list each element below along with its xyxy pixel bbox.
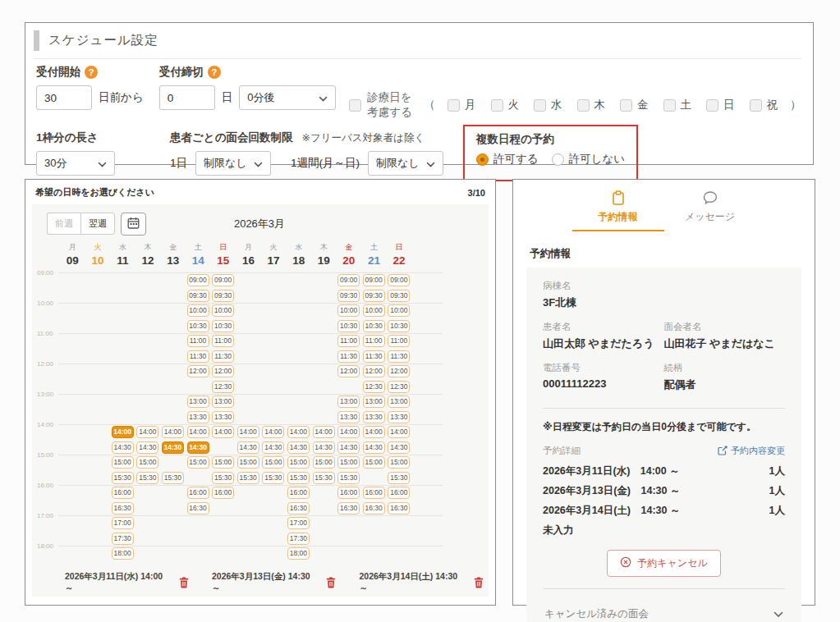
- time-slot-17-15:30[interactable]: 15:30: [262, 472, 284, 484]
- calendar-picker-button[interactable]: [121, 213, 146, 236]
- time-slot-20-12:00[interactable]: 12:00: [337, 365, 360, 377]
- time-slot-15-13:00[interactable]: 13:00: [212, 396, 234, 408]
- day-checkbox-月[interactable]: 月: [448, 98, 476, 112]
- time-slot-22-12:00[interactable]: 12:00: [388, 365, 410, 377]
- time-slot-21-11:00[interactable]: 11:00: [363, 335, 385, 347]
- day-checkbox-土[interactable]: 土: [663, 98, 692, 112]
- time-slot-20-13:30[interactable]: 13:30: [337, 411, 360, 423]
- time-slot-22-15:30[interactable]: 15:30: [388, 472, 410, 484]
- prev-week-button[interactable]: 前週: [47, 213, 80, 235]
- time-slot-15-14:00[interactable]: 14:00: [212, 426, 234, 438]
- next-week-button[interactable]: 翌週: [80, 213, 115, 235]
- time-slot-14-15:00[interactable]: 15:00: [187, 456, 209, 469]
- time-slot-11-15:00[interactable]: 15:00: [112, 456, 134, 469]
- day-checkbox-祝[interactable]: 祝: [750, 98, 778, 112]
- time-slot-21-10:30[interactable]: 10:30: [363, 320, 385, 332]
- time-slot-18-16:00[interactable]: 16:00: [287, 487, 310, 499]
- time-slot-21-09:30[interactable]: 09:30: [363, 290, 385, 302]
- consider-clinic-day-checkbox[interactable]: 診療日を考慮する: [349, 90, 417, 120]
- radio-selected-icon[interactable]: [476, 153, 489, 166]
- cancel-reservation-button[interactable]: 予約キャンセル: [607, 550, 720, 577]
- time-slot-14-09:00[interactable]: 09:00: [187, 274, 209, 286]
- day-checkbox-火[interactable]: 火: [491, 98, 520, 112]
- tab-reservation-info[interactable]: 予約情報: [572, 190, 664, 231]
- trash-icon[interactable]: [179, 577, 189, 588]
- time-slot-18-16:30[interactable]: 16:30: [287, 502, 310, 515]
- time-slot-19-14:30[interactable]: 14:30: [313, 441, 335, 454]
- time-slot-21-14:30[interactable]: 14:30: [363, 441, 385, 454]
- deadline-time-select[interactable]: 0分後: [239, 85, 336, 110]
- time-slot-22-10:00[interactable]: 10:00: [388, 304, 410, 317]
- time-slot-20-11:30[interactable]: 11:30: [337, 350, 360, 363]
- time-slot-14-16:00[interactable]: 16:00: [187, 487, 209, 499]
- time-slot-12-15:30[interactable]: 15:30: [136, 472, 158, 484]
- time-slot-11-16:30[interactable]: 16:30: [112, 502, 134, 515]
- time-slot-11-17:00[interactable]: 17:00: [112, 517, 134, 529]
- time-slot-11-18:00[interactable]: 18:00: [112, 547, 134, 560]
- day-checkbox-木[interactable]: 木: [577, 98, 606, 112]
- time-slot-14-14:30[interactable]: 14:30: [187, 441, 209, 454]
- time-slot-12-15:00[interactable]: 15:00: [136, 456, 158, 469]
- time-slot-18-18:00[interactable]: 18:00: [287, 547, 310, 560]
- time-slot-21-12:00[interactable]: 12:00: [363, 365, 385, 377]
- time-slot-19-15:00[interactable]: 15:00: [313, 456, 335, 469]
- time-slot-20-10:00[interactable]: 10:00: [337, 304, 360, 317]
- time-slot-22-15:00[interactable]: 15:00: [388, 456, 410, 469]
- time-slot-20-14:30[interactable]: 14:30: [337, 441, 360, 454]
- time-slot-11-14:00[interactable]: 14:00: [112, 426, 134, 438]
- time-slot-15-10:00[interactable]: 10:00: [212, 304, 234, 317]
- time-slot-22-09:30[interactable]: 09:30: [388, 290, 410, 302]
- time-slot-22-11:30[interactable]: 11:30: [388, 350, 410, 363]
- time-slot-17-15:00[interactable]: 15:00: [262, 456, 284, 469]
- time-slot-15-15:30[interactable]: 15:30: [212, 472, 234, 484]
- checkbox-icon[interactable]: [663, 99, 676, 112]
- time-slot-14-12:00[interactable]: 12:00: [187, 365, 209, 377]
- time-slot-18-17:30[interactable]: 17:30: [287, 533, 310, 545]
- time-slot-19-15:30[interactable]: 15:30: [313, 472, 335, 484]
- time-slot-22-12:30[interactable]: 12:30: [388, 381, 410, 393]
- time-slot-14-10:30[interactable]: 10:30: [187, 320, 209, 332]
- reception-start-input[interactable]: [36, 85, 92, 110]
- reception-deadline-input[interactable]: [159, 85, 215, 110]
- time-slot-13-14:00[interactable]: 14:00: [162, 426, 184, 438]
- time-slot-20-13:00[interactable]: 13:00: [337, 396, 360, 408]
- time-slot-18-17:00[interactable]: 17:00: [287, 517, 310, 529]
- time-slot-22-16:00[interactable]: 16:00: [388, 487, 410, 499]
- time-slot-11-17:30[interactable]: 17:30: [112, 533, 134, 545]
- time-slot-22-13:30[interactable]: 13:30: [388, 411, 410, 423]
- checkbox-icon[interactable]: [491, 99, 503, 112]
- time-slot-14-09:30[interactable]: 09:30: [187, 290, 209, 302]
- time-slot-20-15:00[interactable]: 15:00: [337, 456, 360, 469]
- time-slot-22-14:30[interactable]: 14:30: [388, 441, 410, 454]
- time-slot-18-14:30[interactable]: 14:30: [287, 441, 310, 454]
- time-slot-15-12:30[interactable]: 12:30: [212, 381, 234, 393]
- day-checkbox-日[interactable]: 日: [706, 98, 735, 112]
- time-slot-14-11:00[interactable]: 11:00: [187, 335, 209, 347]
- time-slot-20-15:30[interactable]: 15:30: [337, 472, 360, 484]
- time-slot-21-10:00[interactable]: 10:00: [363, 304, 385, 317]
- time-slot-13-14:30[interactable]: 14:30: [162, 441, 184, 454]
- time-slot-15-11:00[interactable]: 11:00: [212, 335, 234, 347]
- time-slot-11-14:30[interactable]: 14:30: [112, 441, 134, 454]
- time-slot-21-16:30[interactable]: 16:30: [363, 502, 385, 515]
- time-slot-15-11:30[interactable]: 11:30: [212, 350, 234, 363]
- time-slot-18-14:00[interactable]: 14:00: [287, 426, 310, 438]
- time-slot-15-12:00[interactable]: 12:00: [212, 365, 234, 377]
- time-slot-11-16:00[interactable]: 16:00: [112, 487, 134, 499]
- time-slot-13-15:30[interactable]: 15:30: [162, 472, 184, 484]
- help-icon[interactable]: ?: [208, 66, 221, 79]
- time-slot-15-16:00[interactable]: 16:00: [212, 487, 234, 499]
- time-slot-20-16:30[interactable]: 16:30: [337, 502, 360, 515]
- time-slot-17-14:00[interactable]: 14:00: [262, 426, 284, 438]
- time-slot-18-15:30[interactable]: 15:30: [287, 472, 310, 484]
- time-slot-20-09:00[interactable]: 09:00: [337, 274, 360, 286]
- time-slot-15-10:30[interactable]: 10:30: [212, 320, 234, 332]
- time-slot-16-14:30[interactable]: 14:30: [237, 441, 259, 454]
- time-slot-14-14:00[interactable]: 14:00: [187, 426, 209, 438]
- time-slot-15-09:30[interactable]: 09:30: [212, 290, 234, 302]
- trash-icon[interactable]: [326, 577, 336, 588]
- help-icon[interactable]: ?: [85, 66, 98, 79]
- time-slot-19-14:00[interactable]: 14:00: [313, 426, 335, 438]
- time-slot-12-14:00[interactable]: 14:00: [136, 426, 158, 438]
- radio-deny[interactable]: 許可しない: [552, 152, 625, 167]
